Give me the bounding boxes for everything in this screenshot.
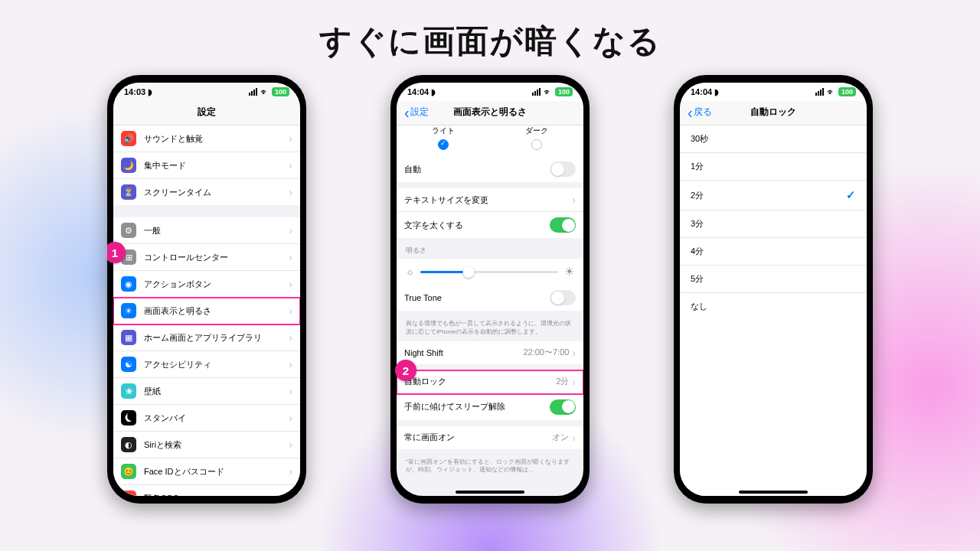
always-on-note: "常に画面オン"を有効にすると、ロック画面が暗くなりますが、時刻、ウィジェット、… [397,455,583,480]
brightness-label: 明るさ [397,244,583,259]
settings-row[interactable]: ❀壁紙› [113,378,300,405]
option-label: 30秒 [691,133,856,145]
chevron-right-icon: › [289,331,292,344]
bold-text-row[interactable]: 文字を太くする [397,212,583,238]
settings-icon: SOS [121,491,136,496]
back-button[interactable]: 戻る [688,106,712,119]
auto-lock-option[interactable]: なし [680,293,867,320]
status-time: 14:04 ◗ [407,87,436,97]
battery-icon: 100 [555,87,573,96]
settings-row[interactable]: 🌙集中モード› [113,152,300,179]
settings-row[interactable]: ◉アクションボタン› [113,271,300,298]
row-label: 集中モード [144,160,289,171]
nav-header: 設定 画面表示と明るさ [397,101,583,126]
settings-row[interactable]: ⏳スクリーンタイム› [113,179,300,205]
chevron-right-icon: › [289,251,292,263]
status-bar: 14:04 ◗ ᯤ 100 [397,83,583,101]
row-label: Face IDとパスコード [144,466,289,478]
option-label: 5分 [691,273,856,285]
status-bar: 14:04 ◗ ᯤ 100 [680,83,867,101]
chevron-right-icon: › [289,492,292,496]
nav-header: 戻る 自動ロック [680,101,867,126]
phone-display-brightness: 14:04 ◗ ᯤ 100 設定 画面表示と明るさ ライト ダーク [390,75,590,504]
row-label: ホーム画面とアプリライブラリ [144,332,289,344]
chevron-right-icon: › [289,439,292,451]
raise-wake-row[interactable]: 手前に傾けてスリープ解除 [397,394,583,420]
settings-row[interactable]: ☀画面表示と明るさ› [113,298,300,324]
settings-icon: ⏾ [121,410,136,425]
settings-icon: ☀ [121,303,136,318]
toggle-on-icon[interactable] [550,217,576,233]
back-button[interactable]: 設定 [404,106,429,119]
battery-icon: 100 [272,87,289,96]
chevron-right-icon: › [289,465,292,478]
row-label: 壁紙 [144,386,289,397]
settings-icon: ⏳ [121,184,136,200]
wifi-icon: ᯤ [544,87,552,96]
settings-row[interactable]: ☯アクセシビリティ› [113,351,300,378]
auto-lock-option[interactable]: 1分 [680,153,867,181]
battery-icon: 100 [838,87,856,96]
settings-row[interactable]: ▦ホーム画面とアプリライブラリ› [113,324,300,351]
appearance-picker: ライト ダーク [397,126,583,156]
row-label: スタンバイ [144,412,289,424]
night-shift-row[interactable]: Night Shift 22:00〜7:00› [397,341,583,364]
auto-lock-option[interactable]: 2分✓ [680,181,867,210]
settings-row[interactable]: ⊞コントロールセンター› [113,244,300,271]
settings-icon: ▦ [121,330,136,345]
home-indicator[interactable] [456,491,524,494]
auto-lock-option[interactable]: 3分 [680,210,867,238]
page-title: すぐに画面が暗くなる [0,0,980,70]
auto-toggle-row[interactable]: 自動 [397,156,583,182]
auto-lock-option[interactable]: 4分 [680,238,867,266]
true-tone-row[interactable]: True Tone [397,285,583,311]
settings-row[interactable]: ⏾スタンバイ› [113,405,300,432]
chevron-right-icon: › [289,186,292,198]
row-label: 緊急SOS [144,493,289,497]
status-time: 14:04 ◗ [691,87,719,97]
chevron-right-icon: › [289,358,292,370]
signal-icon [249,88,257,96]
checkmark-icon: ✓ [846,188,856,202]
settings-icon: ◐ [121,437,136,452]
row-label: アクションボタン [144,279,289,290]
toggle-off-icon[interactable] [550,290,576,305]
auto-lock-row[interactable]: 自動ロック 2分› [397,370,583,394]
settings-icon: ◉ [121,276,136,292]
settings-icon: 🌙 [121,158,136,173]
settings-row[interactable]: 😊Face IDとパスコード› [113,458,300,485]
toggle-off-icon[interactable] [550,161,576,177]
auto-lock-option[interactable]: 30秒 [680,126,867,153]
radio-on-icon [438,139,449,150]
settings-row[interactable]: SOS緊急SOS› [113,485,300,496]
chevron-right-icon: › [572,432,576,444]
settings-row[interactable]: ⚙一般› [113,217,300,244]
auto-lock-option[interactable]: 5分 [680,266,867,293]
chevron-right-icon: › [289,412,292,424]
appearance-dark[interactable]: ダーク [525,126,548,150]
option-label: なし [691,301,856,312]
option-label: 3分 [691,218,856,230]
chevron-right-icon: › [572,194,576,206]
signal-icon [532,88,541,96]
chevron-right-icon: › [289,385,292,397]
brightness-slider-row: ☼ ☀ [397,259,583,285]
chevron-right-icon: › [289,305,292,317]
home-indicator[interactable] [739,491,808,494]
always-on-row[interactable]: 常に画面オン オン› [397,426,583,449]
row-label: 一般 [144,225,289,236]
chevron-right-icon: › [289,132,292,145]
toggle-on-icon[interactable] [550,399,576,415]
settings-row[interactable]: ◐Siriと検索› [113,432,300,458]
text-size-row[interactable]: テキストサイズを変更› [397,188,583,212]
row-label: サウンドと触覚 [144,133,289,145]
chevron-right-icon: › [572,347,576,359]
appearance-light[interactable]: ライト [432,126,455,150]
status-bar: 14:03 ◗ ᯤ 100 [113,83,300,101]
step-badge-2: 2 [395,360,416,381]
signal-icon [815,88,824,96]
brightness-slider[interactable] [420,271,558,273]
sun-small-icon: ☼ [406,266,414,277]
chevron-right-icon: › [572,376,576,388]
settings-row[interactable]: 🔊サウンドと触覚› [113,126,300,152]
